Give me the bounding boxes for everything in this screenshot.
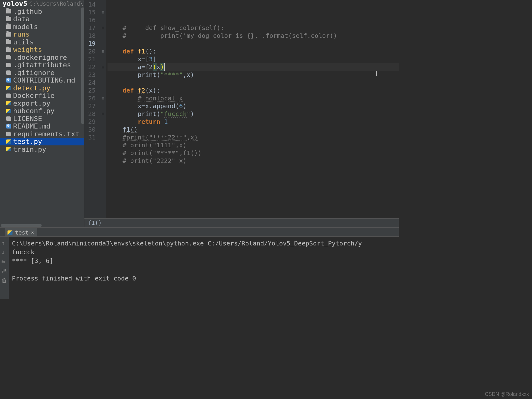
tree-item-utils[interactable]: utils bbox=[0, 38, 84, 46]
python-icon bbox=[8, 230, 13, 235]
tree-item-label: test.py bbox=[13, 138, 42, 145]
code-line[interactable]: def f2(x): bbox=[108, 87, 399, 94]
tree-item--gitignore[interactable]: .gitignore bbox=[0, 69, 84, 77]
code-line[interactable]: print("****",x) bbox=[108, 71, 399, 79]
line-number[interactable]: 30 bbox=[88, 126, 96, 134]
line-number[interactable]: 14 bbox=[88, 1, 96, 8]
tree-item-data[interactable]: data bbox=[0, 15, 84, 23]
tree-item--dockerignore[interactable]: .dockerignore bbox=[0, 53, 84, 61]
folder-icon bbox=[6, 24, 11, 29]
soft-wrap-icon[interactable]: ⇆ bbox=[2, 258, 7, 264]
tree-item-label: .gitignore bbox=[13, 69, 54, 77]
project-tree[interactable]: .githubdatamodelsrunsutilsweights.docker… bbox=[0, 8, 84, 223]
tree-item-label: requirements.txt bbox=[13, 130, 79, 138]
tree-item-label: CONTRIBUTING.md bbox=[13, 76, 75, 84]
code-line[interactable]: print("fuccck") bbox=[108, 110, 399, 118]
run-tool-window: test × ↑ ↓ ⇆ 🖶 🗑 C:\Users\Roland\minicon… bbox=[0, 227, 399, 299]
tree-item-models[interactable]: models bbox=[0, 23, 84, 31]
line-number[interactable]: 18 bbox=[88, 32, 96, 40]
tree-item-label: LICENSE bbox=[13, 115, 42, 123]
project-root[interactable]: yolov5 C:\Users\Roland\Yolov5_De bbox=[0, 0, 84, 8]
tree-item-label: weights bbox=[13, 46, 42, 53]
line-number[interactable]: 16 bbox=[88, 16, 96, 24]
code-line[interactable]: def f1(): bbox=[108, 48, 399, 55]
code-line[interactable]: f1() bbox=[108, 126, 399, 134]
code-line[interactable]: # print("1111",x) bbox=[108, 141, 399, 149]
fold-toggle-icon[interactable]: ⊟ bbox=[100, 94, 106, 102]
breadcrumb[interactable]: f1() bbox=[84, 218, 399, 227]
print-icon[interactable]: 🖶 bbox=[2, 268, 7, 273]
line-number[interactable]: 22 bbox=[88, 63, 96, 71]
tree-item-detect-py[interactable]: detect.py bbox=[0, 84, 84, 92]
tree-item-label: .gitattributes bbox=[13, 61, 71, 69]
tree-item-label: export.py bbox=[13, 99, 50, 107]
code-line[interactable] bbox=[108, 40, 399, 48]
line-number-gutter[interactable]: 141516171819202122232425262728293031 bbox=[84, 0, 100, 218]
code-line[interactable]: a=f2(x) bbox=[108, 63, 399, 71]
fold-toggle-icon[interactable]: ⊟ bbox=[100, 8, 106, 16]
line-number[interactable]: 24 bbox=[88, 79, 96, 87]
tree-item--github[interactable]: .github bbox=[0, 8, 84, 15]
tree-item-requirements-txt[interactable]: requirements.txt bbox=[0, 130, 84, 138]
horizontal-scrollbar[interactable] bbox=[0, 224, 84, 227]
tree-item-label: hubconf.py bbox=[13, 107, 54, 115]
tree-item-train-py[interactable]: train.py bbox=[0, 145, 84, 153]
code-line[interactable]: # def show_color(self): bbox=[108, 24, 399, 32]
py-icon bbox=[6, 147, 11, 151]
tree-item-hubconf-py[interactable]: hubconf.py bbox=[0, 107, 84, 115]
py-icon bbox=[6, 139, 11, 144]
code-line[interactable]: x=x.append(6) bbox=[108, 102, 399, 110]
scrollbar-thumb[interactable] bbox=[1, 224, 42, 227]
line-number[interactable]: 29 bbox=[88, 118, 96, 126]
trash-icon[interactable]: 🗑 bbox=[2, 277, 7, 283]
folder-icon bbox=[6, 9, 11, 13]
tree-item-LICENSE[interactable]: LICENSE bbox=[0, 115, 84, 123]
folder-icon bbox=[6, 17, 11, 21]
down-arrow-icon[interactable]: ↓ bbox=[2, 249, 7, 255]
code-line[interactable]: # print('my dog color is {}.'.format(sel… bbox=[108, 32, 399, 40]
code-line[interactable]: #print("****22**",x) bbox=[108, 134, 399, 141]
file-icon bbox=[6, 116, 11, 121]
code-line[interactable]: x=[3] bbox=[108, 55, 399, 63]
line-number[interactable]: 17 bbox=[88, 24, 96, 32]
code-line[interactable]: # nonlocal x bbox=[108, 94, 399, 102]
line-number[interactable]: 20 bbox=[88, 48, 96, 55]
tree-item-weights[interactable]: weights bbox=[0, 46, 84, 54]
tree-item-Dockerfile[interactable]: Dockerfile bbox=[0, 92, 84, 100]
code-line[interactable] bbox=[108, 79, 399, 87]
run-tab-test[interactable]: test × bbox=[5, 228, 37, 236]
fold-gutter[interactable]: ⊟⊟⊟⊟⊟⊟ bbox=[100, 0, 106, 218]
console-output[interactable]: C:\Users\Roland\miniconda3\envs\skeleton… bbox=[9, 237, 399, 299]
code-line[interactable]: return 1 bbox=[108, 118, 399, 126]
tree-item-CONTRIBUTING-md[interactable]: CONTRIBUTING.md bbox=[0, 77, 84, 84]
line-number[interactable]: 19 bbox=[88, 40, 96, 48]
line-number[interactable]: 31 bbox=[88, 134, 96, 141]
line-number[interactable]: 15 bbox=[88, 8, 96, 16]
tree-item-README-md[interactable]: README.md bbox=[0, 123, 84, 130]
code-line[interactable]: # print("*****",f1()) bbox=[108, 149, 399, 157]
line-number[interactable]: 27 bbox=[88, 102, 96, 110]
close-icon[interactable]: × bbox=[31, 230, 34, 235]
code-line[interactable]: # print("2222" x) bbox=[108, 157, 399, 165]
line-number[interactable]: 25 bbox=[88, 87, 96, 94]
file-icon bbox=[6, 132, 11, 136]
tree-item-runs[interactable]: runs bbox=[0, 31, 84, 38]
tree-item--gitattributes[interactable]: .gitattributes bbox=[0, 61, 84, 69]
line-number[interactable]: 21 bbox=[88, 55, 96, 63]
tree-scrollbar[interactable] bbox=[81, 8, 84, 124]
tree-item-label: runs bbox=[13, 30, 30, 38]
fold-toggle-icon[interactable]: ⊟ bbox=[100, 110, 106, 118]
code-area[interactable]: 141516171819202122232425262728293031 ⊟⊟⊟… bbox=[84, 0, 399, 218]
up-arrow-icon[interactable]: ↑ bbox=[2, 240, 7, 245]
tree-item-label: models bbox=[13, 23, 38, 31]
fold-toggle-icon[interactable]: ⊟ bbox=[100, 24, 106, 32]
line-number[interactable]: 26 bbox=[88, 94, 96, 102]
tree-item-test-py[interactable]: test.py bbox=[0, 138, 84, 146]
code-text[interactable]: # def show_color(self): # print('my dog … bbox=[106, 0, 399, 218]
fold-toggle-icon[interactable]: ⊟ bbox=[100, 48, 106, 55]
fold-toggle-icon[interactable]: ⊟ bbox=[100, 63, 106, 71]
folder-icon bbox=[6, 48, 11, 52]
tree-item-export-py[interactable]: export.py bbox=[0, 99, 84, 107]
line-number[interactable]: 23 bbox=[88, 71, 96, 79]
line-number[interactable]: 28 bbox=[88, 110, 96, 118]
